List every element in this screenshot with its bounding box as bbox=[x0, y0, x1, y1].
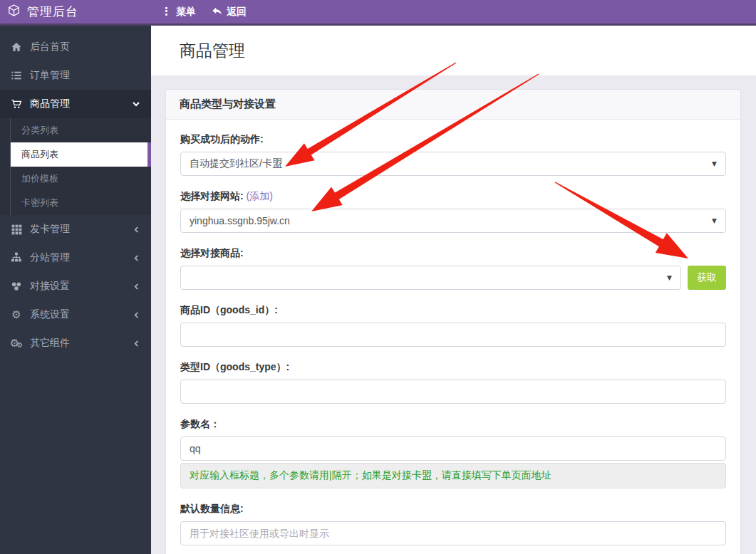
sitemap-icon bbox=[10, 252, 23, 263]
param-help-text: 对应输入框标题，多个参数请用|隔开；如果是对接卡盟，请直接填写下单页面地址 bbox=[180, 463, 726, 488]
field-label: 类型ID（goods_type）: bbox=[180, 361, 726, 374]
field-label: 选择对接网站: (添加) bbox=[180, 190, 726, 203]
app-title: 管理后台 bbox=[27, 4, 78, 20]
topbar: 管理后台 ⋮ 菜单 返回 bbox=[0, 0, 756, 26]
grid-icon bbox=[10, 224, 23, 235]
field-label: 商品ID（goods_id）: bbox=[180, 304, 726, 317]
panel-body: 购买成功后的动作: 自动提交到社区/卡盟 ▼ 选择对接网站: (添加) ying… bbox=[166, 120, 740, 554]
vertical-ellipsis-icon: ⋮ bbox=[161, 6, 172, 17]
cube-logo-icon bbox=[7, 4, 21, 21]
sidebar-item-card-issue[interactable]: 发卡管理 bbox=[0, 215, 151, 244]
sidebar-item-label: 对接设置 bbox=[30, 280, 70, 293]
sidebar-item-label: 订单管理 bbox=[30, 69, 70, 82]
chevron-left-icon bbox=[133, 312, 140, 318]
home-icon bbox=[10, 41, 23, 53]
field-purchase-action: 购买成功后的动作: 自动提交到社区/卡盟 ▼ bbox=[180, 133, 726, 176]
field-default-qty: 默认数量信息: bbox=[180, 503, 726, 545]
menu-toggle-button[interactable]: ⋮ 菜单 bbox=[161, 6, 196, 19]
param-name-input[interactable] bbox=[180, 437, 726, 461]
goods-docking-panel: 商品类型与对接设置 购买成功后的动作: 自动提交到社区/卡盟 ▼ 选择对接网站:… bbox=[165, 89, 741, 554]
fetch-button[interactable]: 获取 bbox=[688, 266, 726, 290]
sidebar-item-label: 后台首页 bbox=[30, 41, 70, 53]
default-qty-input[interactable] bbox=[180, 521, 726, 545]
list-icon bbox=[10, 70, 23, 81]
caret-down-icon: ▼ bbox=[667, 274, 672, 281]
nodes-cluster-icon bbox=[10, 281, 23, 292]
admin-app: 管理后台 ⋮ 菜单 返回 后台首页 bbox=[0, 0, 756, 554]
sidebar-item-label: 商品管理 bbox=[30, 98, 70, 110]
goods-submenu: 分类列表 商品列表 加价模板 卡密列表 bbox=[0, 118, 151, 215]
page-title: 商品管理 bbox=[180, 40, 756, 62]
sidebar-item-docking-settings[interactable]: 对接设置 bbox=[0, 272, 151, 300]
field-label: 购买成功后的动作: bbox=[180, 133, 726, 146]
field-label: 默认数量信息: bbox=[180, 503, 726, 516]
select-value: yinghua.ssgnb.95jw.cn bbox=[190, 215, 290, 226]
gears-icon: ⚙⚙ bbox=[10, 338, 23, 349]
chevron-left-icon bbox=[133, 283, 140, 290]
menu-label: 菜单 bbox=[176, 6, 196, 19]
field-param-name: 参数名： 对应输入框标题，多个参数请用|隔开；如果是对接卡盟，请直接填写下单页面… bbox=[180, 418, 726, 488]
back-label: 返回 bbox=[227, 6, 247, 19]
select-value: 自动提交到社区/卡盟 bbox=[190, 157, 282, 170]
back-button[interactable]: 返回 bbox=[212, 6, 247, 19]
sidebar-item-card-list[interactable]: 卡密列表 bbox=[0, 191, 151, 215]
main-content: 商品管理 商品类型与对接设置 购买成功后的动作: 自动提交到社区/卡盟 ▼ 选择… bbox=[151, 26, 756, 554]
field-dock-site: 选择对接网站: (添加) yinghua.ssgnb.95jw.cn ▼ bbox=[180, 190, 726, 233]
gear-icon: ⚙ bbox=[10, 310, 23, 320]
sidebar-item-label: 其它组件 bbox=[30, 337, 70, 350]
field-label: 选择对接商品: bbox=[180, 247, 726, 260]
page-header: 商品管理 bbox=[151, 26, 756, 76]
chevron-left-icon bbox=[133, 255, 140, 261]
cart-icon bbox=[10, 98, 23, 110]
panel-title: 商品类型与对接设置 bbox=[166, 90, 740, 120]
dock-goods-select[interactable]: ▼ bbox=[180, 266, 681, 290]
reply-arrow-icon bbox=[212, 6, 222, 19]
field-label: 参数名： bbox=[180, 418, 726, 431]
add-site-link[interactable]: (添加) bbox=[247, 190, 273, 202]
chevron-down-icon bbox=[133, 100, 140, 108]
sidebar-item-label: 系统设置 bbox=[30, 308, 70, 321]
dock-site-select[interactable]: yinghua.ssgnb.95jw.cn ▼ bbox=[180, 209, 726, 233]
sidebar-item-dashboard[interactable]: 后台首页 bbox=[0, 33, 151, 61]
sidebar-item-markup-template[interactable]: 加价模板 bbox=[0, 167, 151, 191]
purchase-action-select[interactable]: 自动提交到社区/卡盟 ▼ bbox=[180, 152, 726, 176]
goods-type-input[interactable] bbox=[180, 380, 726, 404]
sidebar-item-goods[interactable]: 商品管理 bbox=[0, 90, 151, 118]
shell: 后台首页 订单管理 商品管理 分类列表 商品列表 加价模 bbox=[0, 26, 756, 554]
caret-down-icon: ▼ bbox=[712, 217, 717, 224]
goods-id-input[interactable] bbox=[180, 323, 726, 347]
caret-down-icon: ▼ bbox=[712, 160, 717, 167]
sidebar-item-system-settings[interactable]: ⚙ 系统设置 bbox=[0, 300, 151, 329]
sidebar-item-label: 分站管理 bbox=[30, 251, 70, 264]
field-goods-id: 商品ID（goods_id）: bbox=[180, 304, 726, 347]
field-dock-goods: 选择对接商品: ▼ 获取 bbox=[180, 247, 726, 290]
topbar-links: ⋮ 菜单 返回 bbox=[151, 6, 247, 19]
sidebar-item-substation[interactable]: 分站管理 bbox=[0, 244, 151, 272]
sidebar-item-other-components[interactable]: ⚙⚙ 其它组件 bbox=[0, 329, 151, 357]
chevron-left-icon bbox=[133, 226, 140, 233]
sidebar-item-category-list[interactable]: 分类列表 bbox=[0, 118, 151, 142]
sidebar-item-orders[interactable]: 订单管理 bbox=[0, 61, 151, 90]
app-brand: 管理后台 bbox=[0, 4, 151, 21]
chevron-left-icon bbox=[133, 340, 140, 347]
sidebar: 后台首页 订单管理 商品管理 分类列表 商品列表 加价模 bbox=[0, 26, 151, 554]
field-goods-type: 类型ID（goods_type）: bbox=[180, 361, 726, 404]
sidebar-item-label: 发卡管理 bbox=[30, 223, 70, 236]
sidebar-item-goods-list[interactable]: 商品列表 bbox=[11, 142, 151, 167]
